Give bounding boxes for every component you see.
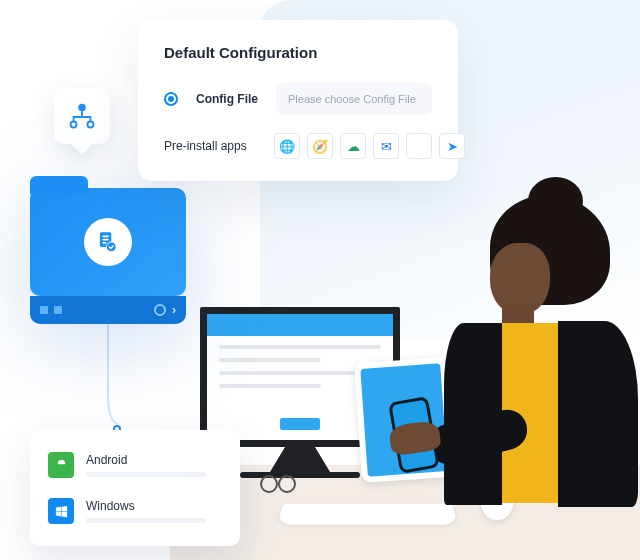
footer-circle-icon	[154, 304, 166, 316]
mail-app-tile[interactable]: ✉	[373, 133, 399, 159]
os-item-label: Android	[86, 453, 222, 467]
footer-square-icon	[54, 306, 62, 314]
hero-photo: ▸ ▸	[170, 180, 640, 560]
svg-rect-5	[102, 239, 109, 241]
os-item-bar	[86, 518, 206, 523]
sitemap-icon	[67, 101, 97, 131]
svg-rect-6	[102, 242, 106, 244]
footer-square-icon	[40, 306, 48, 314]
config-file-row: Config File Please choose Config File	[164, 83, 432, 115]
os-item-label: Windows	[86, 499, 222, 513]
config-file-radio[interactable]	[164, 92, 178, 106]
blank-app-tile[interactable]	[406, 133, 432, 159]
config-file-radio-label: Config File	[196, 92, 258, 106]
keyboard	[276, 504, 458, 525]
android-icon	[48, 452, 74, 478]
folder-card[interactable]: ›	[30, 188, 186, 324]
send-app-tile[interactable]: ➤	[439, 133, 465, 159]
preinstall-row: Pre-install apps 🌐🧭☁✉➤	[164, 133, 432, 159]
os-list-card: Android Windows	[30, 430, 240, 546]
svg-rect-4	[102, 236, 109, 238]
footer-chevron-right-icon[interactable]: ›	[172, 303, 176, 317]
network-badge	[54, 88, 110, 144]
os-item-windows[interactable]: Windows	[48, 492, 222, 530]
windows-icon	[48, 498, 74, 524]
os-item-android[interactable]: Android	[48, 446, 222, 484]
folder-policy-icon-circle	[84, 218, 132, 266]
connector-line	[58, 324, 118, 430]
preinstall-app-tiles: 🌐🧭☁✉➤	[274, 133, 465, 159]
os-item-bar	[86, 472, 206, 477]
policy-checklist-icon	[95, 229, 121, 255]
globe-app-tile[interactable]: 🌐	[274, 133, 300, 159]
cloud-app-tile[interactable]: ☁	[340, 133, 366, 159]
eyeglasses	[260, 475, 308, 495]
svg-point-1	[71, 121, 77, 127]
preinstall-label: Pre-install apps	[164, 139, 256, 153]
config-card: Default Configuration Config File Please…	[138, 20, 458, 181]
browser-app-tile[interactable]: 🧭	[307, 133, 333, 159]
svg-point-0	[78, 104, 86, 112]
config-card-title: Default Configuration	[164, 44, 432, 61]
config-file-select[interactable]: Please choose Config File	[276, 83, 432, 115]
folder-footer-bar: ›	[30, 296, 186, 324]
svg-point-2	[87, 121, 93, 127]
folder-body	[30, 188, 186, 296]
person: ▸	[420, 195, 640, 505]
